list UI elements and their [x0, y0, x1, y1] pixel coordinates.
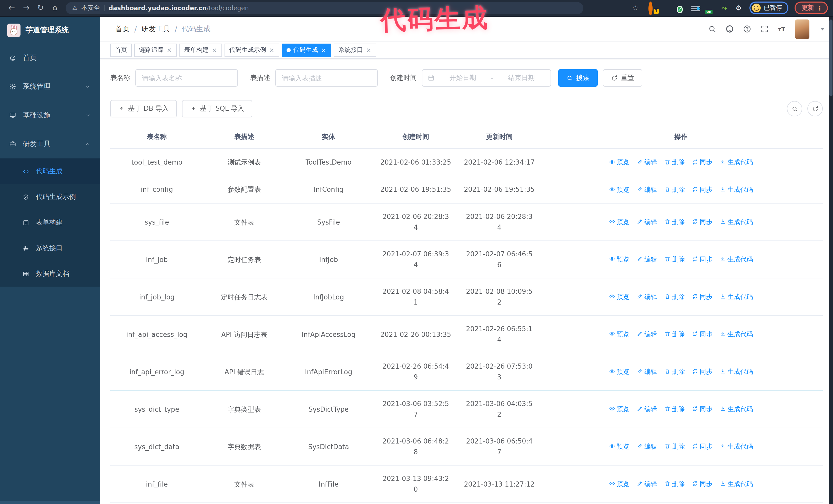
row-action-edit[interactable]: 编辑 [637, 157, 657, 167]
security-label[interactable]: 不安全 [81, 4, 100, 12]
import-sql-button[interactable]: 基于 SQL 导入 [182, 100, 252, 117]
search-toggle-button[interactable] [787, 101, 802, 116]
font-size-icon[interactable]: TT [778, 25, 786, 33]
sidebar-item-codegen-demo[interactable]: 代码生成示例 [0, 184, 100, 210]
close-icon[interactable]: × [166, 47, 172, 53]
reset-button[interactable]: 重置 [603, 69, 642, 87]
row-action-edit[interactable]: 编辑 [637, 216, 657, 227]
row-action-generate[interactable]: 生成代码 [720, 184, 753, 195]
row-action-preview[interactable]: 预览 [609, 216, 629, 227]
tab-codegen-demo[interactable]: 代码生成示例 × [224, 43, 279, 57]
row-action-delete[interactable]: 删除 [664, 366, 685, 377]
sidebar-item-db-doc[interactable]: 数据库文档 [0, 261, 100, 287]
row-action-edit[interactable]: 编辑 [637, 184, 657, 195]
row-action-preview[interactable]: 预览 [609, 291, 629, 302]
row-action-delete[interactable]: 删除 [664, 254, 685, 265]
search-button[interactable]: 搜索 [558, 69, 598, 87]
row-action-delete[interactable]: 删除 [664, 291, 685, 302]
tab-tracing[interactable]: 链路追踪 × [134, 43, 177, 57]
blue-gem-extension-icon[interactable] [662, 3, 671, 13]
breadcrumb-item[interactable]: 研发工具 [141, 24, 170, 33]
row-action-generate[interactable]: 生成代码 [720, 329, 753, 339]
row-action-delete[interactable]: 删除 [664, 441, 685, 452]
row-action-generate[interactable]: 生成代码 [720, 404, 753, 414]
row-action-generate[interactable]: 生成代码 [720, 254, 753, 265]
row-action-preview[interactable]: 预览 [609, 478, 629, 489]
row-action-generate[interactable]: 生成代码 [720, 478, 753, 489]
end-date-placeholder[interactable]: 结束日期 [498, 73, 545, 82]
sidebar-item-infrastructure[interactable]: 基础设施 [0, 101, 100, 130]
orange-donut-extension-icon[interactable]: 1 [648, 3, 657, 13]
close-icon[interactable]: × [320, 47, 327, 53]
reload-icon[interactable]: ↻ [34, 0, 47, 16]
row-action-edit[interactable]: 编辑 [637, 329, 657, 339]
row-action-sync[interactable]: 同步 [692, 216, 713, 227]
home-icon[interactable]: ⌂ [48, 0, 62, 16]
row-action-delete[interactable]: 删除 [664, 184, 685, 195]
sidebar-item-dev-tools[interactable]: 研发工具 [0, 130, 100, 159]
close-icon[interactable]: × [366, 47, 372, 53]
row-action-sync[interactable]: 同步 [692, 184, 713, 195]
plant-extension-icon[interactable]: ⤳ [720, 3, 729, 13]
search-icon[interactable] [708, 25, 717, 33]
row-action-delete[interactable]: 删除 [664, 329, 685, 339]
row-action-generate[interactable]: 生成代码 [720, 441, 753, 452]
create-time-range-input[interactable]: 开始日期 - 结束日期 [422, 69, 551, 87]
address-bar[interactable]: ⚠ 不安全 dashboard.yudao.iocoder.cn/tool/co… [66, 2, 584, 14]
tab-codegen[interactable]: 代码生成 × [282, 43, 331, 57]
row-action-sync[interactable]: 同步 [692, 441, 713, 452]
puzzle-extension-icon[interactable]: ⚙ [734, 3, 743, 13]
tab-system-api[interactable]: 系统接口 × [334, 43, 377, 57]
back-icon[interactable]: ← [5, 0, 19, 16]
row-action-edit[interactable]: 编辑 [637, 404, 657, 414]
close-icon[interactable]: × [211, 47, 217, 53]
table-desc-input[interactable] [275, 69, 378, 87]
row-action-preview[interactable]: 预览 [609, 184, 629, 195]
green-check-extension-icon[interactable]: ✓ [677, 3, 686, 13]
start-date-placeholder[interactable]: 开始日期 [439, 73, 487, 82]
table-name-input[interactable] [135, 69, 238, 87]
row-action-preview[interactable]: 预览 [609, 404, 629, 414]
github-icon[interactable] [725, 25, 734, 33]
row-action-edit[interactable]: 编辑 [637, 366, 657, 377]
row-action-delete[interactable]: 删除 [664, 478, 685, 489]
profile-paused-badge[interactable]: 已暂停 [749, 2, 788, 14]
row-action-generate[interactable]: 生成代码 [720, 366, 753, 377]
row-action-preview[interactable]: 预览 [609, 254, 629, 265]
bookmark-star-icon[interactable]: ☆ [628, 0, 642, 16]
row-action-sync[interactable]: 同步 [692, 329, 713, 339]
sidebar-item-codegen[interactable]: 代码生成 [0, 159, 100, 184]
row-action-edit[interactable]: 编辑 [637, 441, 657, 452]
caret-down-icon[interactable] [818, 25, 827, 33]
row-action-sync[interactable]: 同步 [692, 157, 713, 167]
sidebar-item-home[interactable]: 首页 [0, 44, 100, 72]
row-action-generate[interactable]: 生成代码 [720, 291, 753, 302]
row-action-preview[interactable]: 预览 [609, 366, 629, 377]
browser-update-button[interactable]: 更新 ⋮ [794, 2, 828, 14]
row-action-delete[interactable]: 删除 [664, 404, 685, 414]
tab-form-builder[interactable]: 表单构建 × [180, 43, 222, 57]
browser-menu-icon[interactable]: ⋮ [816, 4, 823, 11]
row-action-edit[interactable]: 编辑 [637, 291, 657, 302]
row-action-delete[interactable]: 删除 [664, 216, 685, 227]
row-action-sync[interactable]: 同步 [692, 478, 713, 489]
row-action-edit[interactable]: 编辑 [637, 254, 657, 265]
browser-scrollbar[interactable] [829, 17, 833, 504]
import-db-button[interactable]: 基于 DB 导入 [110, 100, 177, 117]
fullscreen-icon[interactable] [760, 25, 769, 33]
row-action-sync[interactable]: 同步 [692, 291, 713, 302]
sliders-extension-icon[interactable] [691, 3, 700, 13]
row-action-generate[interactable]: 生成代码 [720, 157, 753, 167]
app-logo[interactable]: 芋道管理系统 [0, 17, 100, 44]
sidebar-item-system-admin[interactable]: 系统管理 [0, 72, 100, 101]
row-action-preview[interactable]: 预览 [609, 157, 629, 167]
row-action-preview[interactable]: 预览 [609, 329, 629, 339]
row-action-sync[interactable]: 同步 [692, 366, 713, 377]
scrollbar-thumb[interactable] [829, 20, 832, 96]
row-action-generate[interactable]: 生成代码 [720, 216, 753, 227]
user-avatar[interactable] [795, 19, 809, 39]
breadcrumb-item[interactable]: 首页 [115, 24, 130, 33]
row-action-edit[interactable]: 编辑 [637, 478, 657, 489]
refresh-button[interactable] [807, 101, 823, 116]
sidebar-item-system-api[interactable]: 系统接口 [0, 235, 100, 261]
